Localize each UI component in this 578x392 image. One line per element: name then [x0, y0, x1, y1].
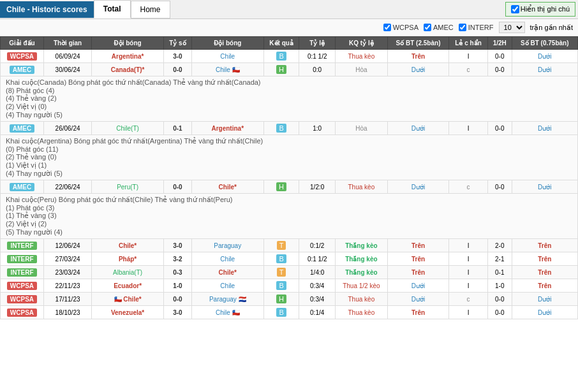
expand-line: Khai cuộc(Canada) Bóng phát góc thứ nhất… [6, 78, 572, 87]
cell-team1[interactable]: Chile(T) [92, 122, 164, 135]
giai-badge: AMEC [10, 124, 34, 133]
cell-team2[interactable]: Chile [191, 50, 263, 63]
cell-sobt: Dưới [387, 180, 448, 194]
cell-team2[interactable]: Chile 🇨🇱 [191, 63, 263, 76]
filter-hien-thi[interactable]: Hiển thị ghi chú [511, 5, 570, 13]
cell-time: 18/10/23 [43, 306, 91, 319]
cell-half: 0-0 [487, 293, 512, 306]
cell-lec: I [449, 252, 488, 266]
col-sobt: Số BT (2.5bàn) [387, 37, 448, 50]
cell-team1[interactable]: Canada(T)* [92, 63, 164, 76]
giai-badge: WCPSA [7, 309, 37, 317]
table-row[interactable]: AMEC 30/06/24 Canada(T)* 0-0 Chile 🇨🇱 H … [1, 63, 578, 76]
cell-score: 3-2 [163, 252, 191, 266]
filter-wcpsa-label[interactable]: WCPSA [383, 24, 419, 31]
kq-badge: B [276, 124, 286, 133]
cell-half: 0-0 [487, 180, 512, 194]
interf-label: INTERF [468, 24, 494, 31]
giai-badge: WCPSA [7, 282, 37, 290]
cell-team2[interactable]: Chile* [191, 180, 263, 194]
cell-kq-tyle: Thua kèo [335, 50, 387, 63]
expand-line: (4) Thẻ vàng (2) [6, 94, 572, 103]
cell-time: 23/03/24 [43, 266, 91, 279]
cell-team2[interactable]: Paraguay 🇵🇾 [191, 293, 263, 306]
filter-interf-label[interactable]: INTERF [459, 24, 494, 31]
filter-area: Hiển thị ghi chú [505, 2, 575, 17]
table-row[interactable]: WCPSA 06/09/24 Argentina* 3-0 Chile B 0:… [1, 50, 578, 63]
cell-team1[interactable]: Peru(T) [92, 180, 164, 194]
cell-team2[interactable]: Chile [191, 279, 263, 293]
kq-badge: B [276, 254, 286, 263]
cell-team1[interactable]: 🇨🇱 Chile* [92, 293, 164, 306]
cell-score: 0-1 [163, 122, 191, 135]
expand-line: Khai cuộc(Argentina) Bóng phát góc thứ n… [6, 137, 572, 145]
header: Chile - Historic scores Total Home Hiển … [0, 0, 578, 19]
tran-label: trận gần nhất [530, 24, 573, 32]
cell-time: 06/09/24 [43, 50, 91, 63]
cell-sobt2: Dưới [512, 306, 577, 319]
cell-time: 12/06/24 [43, 239, 91, 252]
hien-thi-checkbox[interactable] [511, 5, 519, 13]
expand-line: (5) Thay người (4) [6, 228, 572, 236]
cell-tyle: 1:0 [299, 122, 335, 135]
expand-line: (2) Thẻ vàng (0) [6, 153, 572, 161]
cell-kq-tyle: Thua 1/2 kèo [335, 279, 387, 293]
filter-amec-checkbox[interactable] [424, 24, 431, 31]
col-tyle: Tỷ lệ [299, 37, 335, 50]
giai-badge: WCPSA [7, 52, 37, 61]
cell-score: 3-0 [163, 306, 191, 319]
cell-lec: I [449, 122, 488, 135]
cell-lec: c [449, 293, 488, 306]
cell-team1[interactable]: Venezuela* [92, 306, 164, 319]
cell-team2[interactable]: Argentina* [191, 122, 263, 135]
cell-kq: B [263, 306, 299, 319]
cell-team2[interactable]: Chile 🇨🇱 [191, 306, 263, 319]
giai-badge: AMEC [10, 183, 34, 191]
cell-half: 0-0 [487, 63, 512, 76]
table-row[interactable]: INTERF 23/03/24 Albania(T) 0-3 Chile* T … [1, 266, 578, 279]
cell-half: 2-0 [487, 239, 512, 252]
cell-team2[interactable]: Paraguay [191, 239, 263, 252]
cell-team2[interactable]: Chile* [191, 266, 263, 279]
table-row[interactable]: AMEC 22/06/24 Peru(T) 0-0 Chile* H 1/2:0… [1, 180, 578, 194]
kq-badge: T [277, 241, 286, 250]
expand-line: (1) Phát góc (3) [6, 204, 572, 212]
cell-score: 0-3 [163, 266, 191, 279]
cell-kq: B [263, 279, 299, 293]
filter-wcpsa-checkbox[interactable] [383, 24, 391, 31]
table-row[interactable]: WCPSA 22/11/23 Ecuador* 1-0 Chile B 0:3/… [1, 279, 578, 293]
cell-team1[interactable]: Ecuador* [92, 279, 164, 293]
cell-sobt: Dưới [387, 293, 448, 306]
cell-time: 22/11/23 [43, 279, 91, 293]
cell-kq: B [263, 122, 299, 135]
expand-line: Khai cuộc(Peru) Bóng phát góc thứ nhất(C… [6, 196, 572, 204]
kq-badge: B [276, 52, 286, 61]
tran-select[interactable]: 10 20 30 50 [499, 22, 525, 33]
cell-tyle: 0:3/4 [299, 279, 335, 293]
cell-sobt: Trên [387, 252, 448, 266]
filter-amec-label[interactable]: AMEC [424, 24, 454, 31]
tab-home[interactable]: Home [131, 1, 170, 18]
table-row[interactable]: WCPSA 17/11/23 🇨🇱 Chile* 0-0 Paraguay 🇵🇾… [1, 293, 578, 306]
cell-giai: WCPSA [1, 293, 44, 306]
cell-lec: I [449, 239, 488, 252]
filter-interf-checkbox[interactable] [459, 24, 466, 31]
table-row[interactable]: AMEC 26/06/24 Chile(T) 0-1 Argentina* B … [1, 122, 578, 135]
cell-team1[interactable]: Albania(T) [92, 266, 164, 279]
col-score: Tỷ số [163, 37, 191, 50]
col-half: 1/2H [487, 37, 512, 50]
cell-team1[interactable]: Argentina* [92, 50, 164, 63]
cell-team1[interactable]: Chile* [92, 239, 164, 252]
expand-line: (4) Thay người (5) [6, 111, 572, 119]
table-row[interactable]: INTERF 12/06/24 Chile* 3-0 Paraguay T 0:… [1, 239, 578, 252]
cell-giai: WCPSA [1, 279, 44, 293]
tab-total[interactable]: Total [94, 0, 131, 18]
table-row[interactable]: INTERF 27/03/24 Pháp* 3-2 Chile B 0:1 1/… [1, 252, 578, 266]
table-row[interactable]: WCPSA 18/10/23 Venezuela* 3-0 Chile 🇨🇱 B… [1, 306, 578, 319]
cell-team1[interactable]: Pháp* [92, 252, 164, 266]
cell-half: 0-0 [487, 122, 512, 135]
cell-kq-tyle: Thua kèo [335, 293, 387, 306]
cell-score: 3-0 [163, 239, 191, 252]
cell-team2[interactable]: Chile [191, 252, 263, 266]
col-kqtyle: KQ tỷ lệ [335, 37, 387, 50]
